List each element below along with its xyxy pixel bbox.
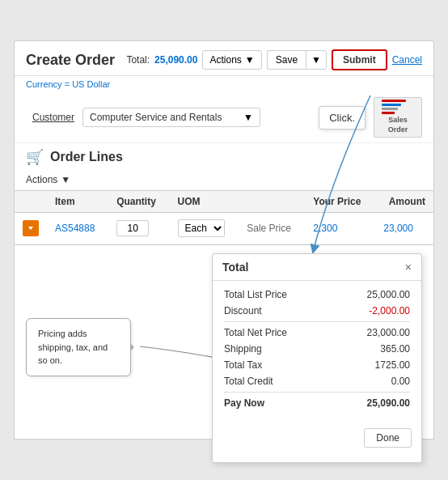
customer-label: Customer bbox=[26, 112, 74, 123]
total-amount: 25,090.00 bbox=[154, 54, 197, 66]
page-header: Create Order Total: 25,090.00 Actions ▼ … bbox=[15, 41, 433, 76]
customer-row: Customer Computer Service and Rentals ▼ bbox=[26, 108, 306, 127]
cancel-button[interactable]: Cancel bbox=[392, 54, 422, 66]
col-item: Item bbox=[47, 191, 108, 213]
item-name[interactable]: AS54888 bbox=[55, 223, 95, 234]
your-price-value[interactable]: 2,300 bbox=[313, 223, 337, 234]
sale-price-label: Sale Price bbox=[247, 223, 291, 234]
order-lines-title: Order Lines bbox=[50, 150, 123, 164]
col-expand bbox=[15, 191, 47, 213]
col-quantity: Quantity bbox=[108, 191, 169, 213]
total-panel: Total × Total List Price 25,000.00 Disco… bbox=[212, 253, 422, 463]
amount-value: 23,000 bbox=[383, 223, 413, 234]
total-panel-header: Total × bbox=[213, 254, 421, 281]
total-tax-row: Total Tax 1725.00 bbox=[224, 359, 410, 371]
sales-order-image: SalesOrder bbox=[374, 97, 422, 138]
pricing-callout: Pricing adds shipping, tax, and so on. bbox=[26, 318, 131, 376]
customer-value: Computer Service and Rentals bbox=[90, 112, 222, 123]
row-item-cell: AS54888 bbox=[47, 213, 108, 244]
pricing-callout-text: Pricing adds shipping, tax, and so on. bbox=[38, 329, 108, 365]
shipping-value: 365.00 bbox=[353, 343, 410, 355]
total-panel-title: Total bbox=[222, 261, 248, 274]
pay-now-row: Pay Now 25,090.00 bbox=[224, 397, 410, 409]
quantity-input[interactable] bbox=[116, 220, 149, 236]
submit-button[interactable]: Submit bbox=[332, 49, 387, 70]
total-credit-label: Total Credit bbox=[224, 376, 273, 387]
cart-icon: 🛒 bbox=[26, 148, 44, 166]
uom-select[interactable]: Each bbox=[178, 219, 225, 237]
col-your-price: Your Price bbox=[305, 191, 375, 213]
order-lines-actions-label: Actions bbox=[26, 174, 57, 185]
done-button[interactable]: Done bbox=[364, 428, 412, 448]
pay-now-value: 25,090.00 bbox=[353, 397, 410, 409]
table-row: AS54888 Each Sale Price 2,300 bbox=[15, 213, 433, 244]
row-your-price-cell: 2,300 bbox=[305, 213, 375, 244]
total-panel-body: Total List Price 25,000.00 Discount -2,0… bbox=[213, 281, 421, 422]
actions-label: Actions bbox=[209, 54, 241, 66]
discount-row: Discount -2,000.00 bbox=[224, 305, 410, 316]
row-uom-cell: Each bbox=[170, 213, 239, 244]
save-dropdown-button[interactable]: ▼ bbox=[306, 50, 327, 70]
order-table: Item Quantity UOM Your Price Amount bbox=[15, 190, 433, 244]
total-net-price-value: 23,000.00 bbox=[353, 327, 410, 338]
table-header-row: Item Quantity UOM Your Price Amount bbox=[15, 191, 433, 213]
shipping-label: Shipping bbox=[224, 343, 262, 355]
total-net-price-label: Total Net Price bbox=[224, 327, 287, 338]
order-lines-header: 🛒 Order Lines bbox=[15, 142, 433, 171]
col-spacer bbox=[239, 191, 305, 213]
order-lines-actions-icon: ▼ bbox=[61, 174, 70, 185]
sales-order-label: SalesOrder bbox=[388, 116, 408, 134]
total-credit-row: Total Credit 0.00 bbox=[224, 376, 410, 387]
total-tax-label: Total Tax bbox=[224, 359, 262, 371]
save-button-group: Save ▼ bbox=[267, 50, 327, 70]
pay-now-label: Pay Now bbox=[224, 397, 264, 409]
row-price-label-cell: Sale Price bbox=[239, 213, 305, 244]
total-label: Total: bbox=[126, 54, 150, 66]
col-uom: UOM bbox=[170, 191, 239, 213]
currency-line: Currency = US Dollar bbox=[15, 76, 433, 92]
actions-button[interactable]: Actions ▼ bbox=[202, 50, 261, 70]
customer-dropdown-icon: ▼ bbox=[243, 112, 253, 123]
actions-chevron-icon: ▼ bbox=[245, 54, 255, 66]
click-callout: Click. bbox=[319, 106, 366, 130]
discount-label: Discount bbox=[224, 305, 262, 316]
total-list-price-row: Total List Price 25,000.00 bbox=[224, 289, 410, 300]
expand-icon bbox=[27, 224, 35, 232]
svg-marker-0 bbox=[28, 227, 33, 230]
total-list-price-value: 25,000.00 bbox=[353, 289, 410, 300]
save-button[interactable]: Save bbox=[267, 50, 306, 70]
customer-select[interactable]: Computer Service and Rentals ▼ bbox=[82, 108, 260, 127]
discount-value: -2,000.00 bbox=[353, 305, 410, 316]
row-expand-button[interactable] bbox=[23, 220, 39, 236]
total-panel-close-button[interactable]: × bbox=[405, 261, 412, 274]
total-net-price-row: Total Net Price 23,000.00 bbox=[224, 327, 410, 338]
row-amount-cell: 23,000 bbox=[375, 213, 433, 244]
row-qty-cell bbox=[108, 213, 169, 244]
total-tax-value: 1725.00 bbox=[353, 359, 410, 371]
click-callout-text: Click. bbox=[329, 112, 355, 124]
total-credit-value: 0.00 bbox=[353, 376, 410, 387]
header-actions: Total: 25,090.00 Actions ▼ Save ▼ Submit… bbox=[126, 49, 422, 70]
col-amount: Amount bbox=[375, 191, 433, 213]
total-list-price-label: Total List Price bbox=[224, 289, 287, 300]
order-lines-actions[interactable]: Actions ▼ bbox=[15, 171, 433, 190]
page-title: Create Order bbox=[26, 52, 115, 69]
shipping-row: Shipping 365.00 bbox=[224, 343, 410, 355]
row-expand-cell bbox=[15, 213, 47, 244]
